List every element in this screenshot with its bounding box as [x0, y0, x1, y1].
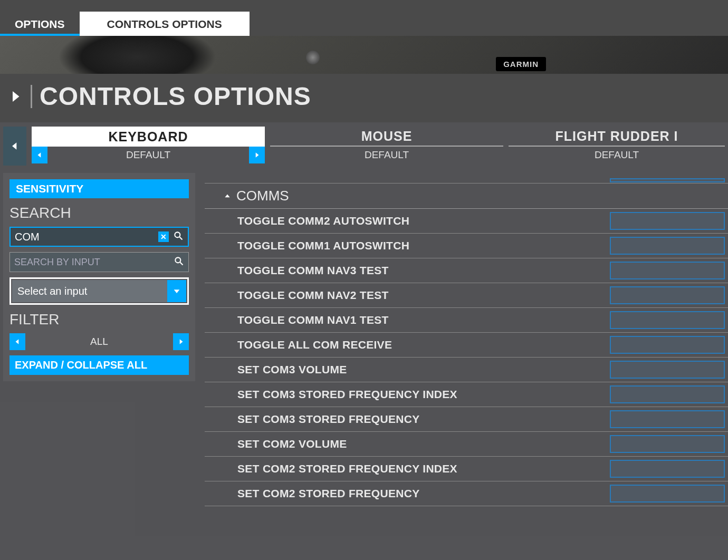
svg-point-2: [175, 257, 180, 263]
binding-slot[interactable]: [610, 460, 725, 478]
binding-slot[interactable]: [610, 361, 725, 379]
binding-row[interactable]: SET COM2 VOLUME: [205, 432, 728, 457]
search-by-name-box: ✕: [9, 227, 189, 247]
binding-slot[interactable]: [610, 262, 725, 279]
tab-options[interactable]: OPTIONS: [0, 12, 80, 36]
chevron-left-icon: [14, 337, 21, 346]
binding-slot[interactable]: [610, 311, 725, 329]
search-by-input-input[interactable]: [14, 257, 174, 268]
device-card-mouse[interactable]: MOUSE DEFAULT: [270, 127, 503, 166]
device-name-keyboard: KEYBOARD: [32, 127, 265, 147]
search-by-input-box: [9, 252, 189, 272]
binding-row[interactable]: SET COM3 VOLUME: [205, 358, 728, 382]
binding-slot[interactable]: [610, 435, 725, 453]
binding-label: TOGGLE COMM2 AUTOSWITCH: [237, 215, 610, 227]
svg-point-0: [175, 232, 180, 237]
chevron-up-icon: [224, 192, 231, 200]
binding-label: TOGGLE COMM NAV1 TEST: [237, 314, 610, 326]
category-header-comms[interactable]: COMMS: [205, 184, 728, 209]
search-heading: SEARCH: [9, 205, 189, 221]
binding-slot[interactable]: [610, 385, 725, 403]
preset-prev-button[interactable]: [32, 147, 47, 163]
binding-label: TOGGLE COMM NAV3 TEST: [237, 264, 610, 277]
page-title: CONTROLS OPTIONS: [40, 82, 311, 111]
svg-line-3: [180, 263, 183, 265]
binding-row[interactable]: TOGGLE ALL COM RECEIVE: [205, 333, 728, 358]
binding-row[interactable]: SET COM3 STORED FREQUENCY INDEX: [205, 382, 728, 407]
preset-next-button[interactable]: [249, 147, 265, 163]
bindings-list: COMMS TOGGLE COMM2 AUTOSWITCHTOGGLE COMM…: [205, 173, 728, 560]
binding-label: TOGGLE ALL COM RECEIVE: [237, 339, 610, 351]
category-title: COMMS: [236, 188, 289, 204]
svg-line-1: [180, 237, 183, 240]
select-input-label: Select an input: [12, 285, 167, 297]
binding-row[interactable]: TOGGLE COMM NAV1 TEST: [205, 308, 728, 333]
device-prev-button[interactable]: [3, 127, 26, 166]
binding-slot[interactable]: [610, 212, 725, 230]
cockpit-background: GARMIN: [0, 36, 728, 74]
chevron-right-icon: [177, 337, 185, 346]
device-card-keyboard[interactable]: KEYBOARD DEFAULT: [32, 127, 265, 166]
chevron-left-icon: [36, 150, 43, 160]
filter-next-button[interactable]: [173, 333, 189, 350]
binding-slot[interactable]: [610, 178, 725, 182]
binding-label: TOGGLE COMM NAV2 TEST: [237, 289, 610, 302]
preset-label-mouse: DEFAULT: [286, 147, 487, 163]
binding-row[interactable]: SET COM3 STORED FREQUENCY: [205, 407, 728, 432]
preset-label-keyboard: DEFAULT: [47, 147, 249, 163]
binding-label: SET COM3 STORED FREQUENCY: [237, 413, 610, 426]
binding-label: TOGGLE COMM1 AUTOSWITCH: [237, 239, 610, 252]
binding-row[interactable]: TOGGLE COMM NAV3 TEST: [205, 258, 728, 283]
binding-row[interactable]: SET COM2 STORED FREQUENCY INDEX: [205, 457, 728, 481]
device-name-mouse: MOUSE: [270, 127, 503, 147]
breadcrumb-arrow-icon: [7, 87, 23, 106]
binding-row[interactable]: SET COM2 STORED FREQUENCY: [205, 481, 728, 506]
device-card-flight-rudder[interactable]: FLIGHT RUDDER I DEFAULT: [509, 127, 725, 166]
chevron-left-icon: [9, 139, 20, 153]
binding-row[interactable]: TOGGLE COMM NAV2 TEST: [205, 283, 728, 308]
chevron-down-icon: [167, 280, 186, 302]
garmin-brand-label: GARMIN: [496, 57, 546, 71]
filter-prev-button[interactable]: [9, 333, 25, 350]
screw-graphic: [306, 51, 320, 64]
binding-label: SET COM3 VOLUME: [237, 363, 610, 376]
title-divider: [31, 85, 32, 108]
sidebar: SENSITIVITY SEARCH ✕ Select an input FIL: [3, 173, 195, 381]
binding-slot[interactable]: [610, 237, 725, 255]
search-by-name-input[interactable]: [15, 231, 158, 243]
sensitivity-button[interactable]: SENSITIVITY: [9, 179, 189, 198]
binding-slot[interactable]: [610, 286, 725, 304]
binding-slot[interactable]: [610, 336, 725, 354]
filter-value: ALL: [25, 333, 173, 350]
binding-label: SET COM2 STORED FREQUENCY INDEX: [237, 462, 610, 475]
chevron-right-icon: [253, 150, 261, 160]
binding-label: SET COM2 VOLUME: [237, 438, 610, 450]
expand-collapse-button[interactable]: EXPAND / COLLAPSE ALL: [9, 355, 189, 375]
tab-controls-options[interactable]: CONTROLS OPTIONS: [80, 12, 250, 36]
filter-heading: FILTER: [9, 311, 189, 328]
binding-row[interactable]: TOGGLE COMM2 AUTOSWITCH: [205, 209, 728, 234]
device-name-rudder: FLIGHT RUDDER I: [509, 127, 725, 147]
search-icon[interactable]: [174, 256, 184, 268]
preset-label-rudder: DEFAULT: [524, 147, 709, 163]
binding-label: SET COM3 STORED FREQUENCY INDEX: [237, 388, 610, 401]
select-input-wrap: Select an input: [9, 277, 189, 305]
binding-slot[interactable]: [610, 485, 725, 503]
binding-label: SET COM2 STORED FREQUENCY: [237, 487, 610, 500]
binding-slot[interactable]: [610, 410, 725, 428]
clear-search-button[interactable]: ✕: [158, 231, 169, 242]
binding-row[interactable]: TOGGLE COMM1 AUTOSWITCH: [205, 234, 728, 258]
select-input-dropdown[interactable]: Select an input: [12, 280, 186, 302]
search-icon[interactable]: [173, 230, 184, 243]
